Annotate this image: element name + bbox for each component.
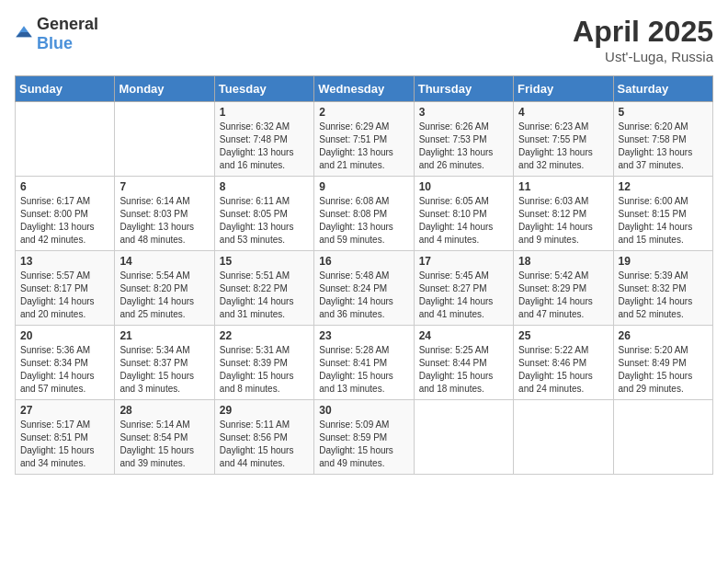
day-number: 20 — [20, 329, 109, 342]
logo: General Blue — [15, 15, 98, 53]
title-block: April 2025 Ust'-Luga, Russia — [573, 15, 713, 64]
day-info: Sunrise: 5:54 AM Sunset: 8:20 PM Dayligh… — [119, 270, 209, 321]
calendar-cell: 4Sunrise: 6:23 AM Sunset: 7:55 PM Daylig… — [514, 102, 613, 177]
day-number: 9 — [319, 180, 408, 193]
main-title: April 2025 — [573, 15, 713, 49]
calendar-cell: 25Sunrise: 5:22 AM Sunset: 8:46 PM Dayli… — [514, 326, 613, 400]
day-info: Sunrise: 6:05 AM Sunset: 8:10 PM Dayligh… — [419, 195, 508, 247]
day-number: 12 — [619, 180, 708, 193]
calendar-cell: 22Sunrise: 5:31 AM Sunset: 8:39 PM Dayli… — [214, 326, 313, 400]
calendar-cell: 2Sunrise: 6:29 AM Sunset: 7:51 PM Daylig… — [314, 102, 414, 177]
calendar-cell: 16Sunrise: 5:48 AM Sunset: 8:24 PM Dayli… — [314, 251, 414, 326]
day-number: 7 — [119, 180, 209, 193]
day-info: Sunrise: 6:17 AM Sunset: 8:00 PM Dayligh… — [20, 195, 109, 247]
calendar-cell: 20Sunrise: 5:36 AM Sunset: 8:34 PM Dayli… — [16, 326, 115, 400]
calendar-cell — [115, 102, 214, 177]
logo-icon — [15, 25, 33, 43]
day-info: Sunrise: 5:20 AM Sunset: 8:49 PM Dayligh… — [619, 344, 708, 396]
day-info: Sunrise: 5:14 AM Sunset: 8:54 PM Dayligh… — [119, 419, 209, 470]
day-info: Sunrise: 6:26 AM Sunset: 7:53 PM Dayligh… — [419, 121, 508, 172]
calendar-cell: 13Sunrise: 5:57 AM Sunset: 8:17 PM Dayli… — [16, 251, 115, 326]
day-number: 24 — [419, 329, 508, 342]
day-number: 28 — [119, 404, 209, 417]
calendar-cell: 27Sunrise: 5:17 AM Sunset: 8:51 PM Dayli… — [16, 400, 115, 475]
calendar-cell: 7Sunrise: 6:14 AM Sunset: 8:03 PM Daylig… — [115, 177, 214, 251]
page-header: General Blue April 2025 Ust'-Luga, Russi… — [15, 15, 713, 64]
col-header-saturday: Saturday — [613, 76, 712, 102]
day-info: Sunrise: 6:11 AM Sunset: 8:05 PM Dayligh… — [220, 195, 309, 247]
day-number: 21 — [119, 329, 209, 342]
day-info: Sunrise: 6:08 AM Sunset: 8:08 PM Dayligh… — [319, 195, 408, 247]
day-number: 25 — [518, 329, 608, 342]
day-info: Sunrise: 5:17 AM Sunset: 8:51 PM Dayligh… — [20, 419, 109, 470]
calendar-cell: 28Sunrise: 5:14 AM Sunset: 8:54 PM Dayli… — [115, 400, 214, 475]
calendar-cell: 14Sunrise: 5:54 AM Sunset: 8:20 PM Dayli… — [115, 251, 214, 326]
day-number: 23 — [319, 329, 408, 342]
day-number: 3 — [419, 106, 508, 119]
calendar-week-row: 1Sunrise: 6:32 AM Sunset: 7:48 PM Daylig… — [16, 102, 713, 177]
logo-general: General — [37, 15, 98, 33]
day-number: 1 — [220, 106, 309, 119]
calendar-cell: 26Sunrise: 5:20 AM Sunset: 8:49 PM Dayli… — [613, 326, 712, 400]
calendar-cell: 5Sunrise: 6:20 AM Sunset: 7:58 PM Daylig… — [613, 102, 712, 177]
day-info: Sunrise: 5:09 AM Sunset: 8:59 PM Dayligh… — [319, 419, 408, 470]
day-number: 6 — [20, 180, 109, 193]
day-info: Sunrise: 5:28 AM Sunset: 8:41 PM Dayligh… — [319, 344, 408, 396]
day-info: Sunrise: 6:23 AM Sunset: 7:55 PM Dayligh… — [518, 121, 608, 172]
calendar-cell — [16, 102, 115, 177]
day-info: Sunrise: 6:20 AM Sunset: 7:58 PM Dayligh… — [619, 121, 708, 172]
day-number: 29 — [220, 404, 309, 417]
day-info: Sunrise: 6:03 AM Sunset: 8:12 PM Dayligh… — [518, 195, 608, 247]
logo-blue: Blue — [37, 34, 73, 52]
calendar-cell: 15Sunrise: 5:51 AM Sunset: 8:22 PM Dayli… — [214, 251, 313, 326]
day-number: 30 — [319, 404, 408, 417]
col-header-friday: Friday — [514, 76, 613, 102]
calendar-cell: 19Sunrise: 5:39 AM Sunset: 8:32 PM Dayli… — [613, 251, 712, 326]
calendar-header-row: SundayMondayTuesdayWednesdayThursdayFrid… — [16, 76, 713, 102]
day-number: 16 — [319, 255, 408, 268]
day-number: 2 — [319, 106, 408, 119]
day-number: 17 — [419, 255, 508, 268]
calendar-cell: 21Sunrise: 5:34 AM Sunset: 8:37 PM Dayli… — [115, 326, 214, 400]
calendar-cell — [514, 400, 613, 475]
day-number: 26 — [619, 329, 708, 342]
calendar-cell: 6Sunrise: 6:17 AM Sunset: 8:00 PM Daylig… — [16, 177, 115, 251]
day-number: 11 — [518, 180, 608, 193]
calendar-week-row: 20Sunrise: 5:36 AM Sunset: 8:34 PM Dayli… — [16, 326, 713, 400]
calendar-cell: 1Sunrise: 6:32 AM Sunset: 7:48 PM Daylig… — [214, 102, 313, 177]
day-info: Sunrise: 5:45 AM Sunset: 8:27 PM Dayligh… — [419, 270, 508, 321]
day-info: Sunrise: 5:25 AM Sunset: 8:44 PM Dayligh… — [419, 344, 508, 396]
day-number: 15 — [220, 255, 309, 268]
day-number: 4 — [518, 106, 608, 119]
day-info: Sunrise: 5:51 AM Sunset: 8:22 PM Dayligh… — [220, 270, 309, 321]
day-number: 18 — [518, 255, 608, 268]
calendar-cell: 11Sunrise: 6:03 AM Sunset: 8:12 PM Dayli… — [514, 177, 613, 251]
calendar-cell: 9Sunrise: 6:08 AM Sunset: 8:08 PM Daylig… — [314, 177, 414, 251]
day-info: Sunrise: 6:00 AM Sunset: 8:15 PM Dayligh… — [619, 195, 708, 247]
calendar-week-row: 27Sunrise: 5:17 AM Sunset: 8:51 PM Dayli… — [16, 400, 713, 475]
day-number: 27 — [20, 404, 109, 417]
calendar-cell — [414, 400, 513, 475]
day-number: 5 — [619, 106, 708, 119]
col-header-tuesday: Tuesday — [214, 76, 313, 102]
calendar-cell: 8Sunrise: 6:11 AM Sunset: 8:05 PM Daylig… — [214, 177, 313, 251]
col-header-thursday: Thursday — [414, 76, 513, 102]
day-info: Sunrise: 5:57 AM Sunset: 8:17 PM Dayligh… — [20, 270, 109, 321]
day-info: Sunrise: 5:42 AM Sunset: 8:29 PM Dayligh… — [518, 270, 608, 321]
calendar-cell: 3Sunrise: 6:26 AM Sunset: 7:53 PM Daylig… — [414, 102, 513, 177]
day-number: 22 — [220, 329, 309, 342]
calendar-cell: 30Sunrise: 5:09 AM Sunset: 8:59 PM Dayli… — [314, 400, 414, 475]
calendar-cell: 29Sunrise: 5:11 AM Sunset: 8:56 PM Dayli… — [214, 400, 313, 475]
day-info: Sunrise: 5:22 AM Sunset: 8:46 PM Dayligh… — [518, 344, 608, 396]
calendar-cell: 10Sunrise: 6:05 AM Sunset: 8:10 PM Dayli… — [414, 177, 513, 251]
day-info: Sunrise: 5:39 AM Sunset: 8:32 PM Dayligh… — [619, 270, 708, 321]
day-number: 8 — [220, 180, 309, 193]
day-number: 13 — [20, 255, 109, 268]
day-number: 19 — [619, 255, 708, 268]
day-info: Sunrise: 5:48 AM Sunset: 8:24 PM Dayligh… — [319, 270, 408, 321]
day-info: Sunrise: 5:11 AM Sunset: 8:56 PM Dayligh… — [220, 419, 309, 470]
day-number: 14 — [119, 255, 209, 268]
calendar-cell: 18Sunrise: 5:42 AM Sunset: 8:29 PM Dayli… — [514, 251, 613, 326]
calendar-week-row: 6Sunrise: 6:17 AM Sunset: 8:00 PM Daylig… — [16, 177, 713, 251]
calendar-week-row: 13Sunrise: 5:57 AM Sunset: 8:17 PM Dayli… — [16, 251, 713, 326]
